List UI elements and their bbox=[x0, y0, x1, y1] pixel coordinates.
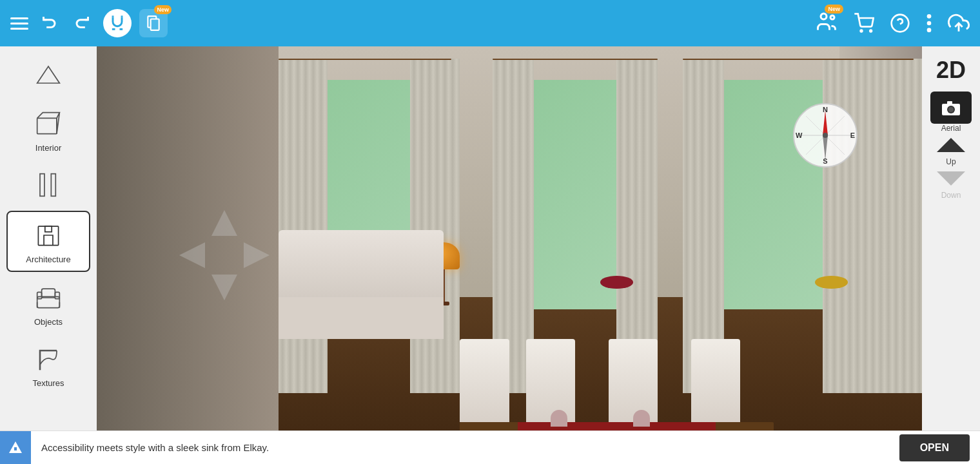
down-chevron-icon bbox=[937, 171, 965, 186]
sidebar-item-interior[interactable]: Interior bbox=[6, 101, 90, 159]
sidebar-item-textures[interactable]: Textures bbox=[6, 336, 90, 394]
sidebar: Interior Architecture bbox=[0, 46, 97, 464]
down-button[interactable]: Down bbox=[937, 171, 965, 200]
sidebar-label-textures: Textures bbox=[32, 378, 64, 388]
redo-button[interactable] bbox=[72, 12, 90, 34]
hamburger-icon bbox=[10, 17, 28, 30]
svg-rect-18 bbox=[40, 174, 44, 197]
svg-rect-36 bbox=[947, 101, 952, 104]
compass-south: S bbox=[823, 157, 827, 165]
svg-point-32 bbox=[823, 133, 828, 138]
svg-rect-16 bbox=[37, 118, 57, 133]
new-page-button[interactable]: New bbox=[139, 9, 168, 37]
chair-2 bbox=[526, 339, 576, 423]
aerial-label: Aerial bbox=[941, 124, 961, 133]
sidebar-item-architecture[interactable]: Architecture bbox=[6, 211, 90, 272]
compass-east: E bbox=[850, 131, 855, 139]
svg-point-7 bbox=[830, 15, 834, 19]
up-label: Up bbox=[946, 157, 956, 166]
toolbar: New New bbox=[0, 0, 980, 46]
compass-west: W bbox=[796, 131, 802, 139]
sidebar-label-interior: Interior bbox=[35, 143, 61, 153]
svg-rect-38 bbox=[14, 447, 17, 450]
svg-point-12 bbox=[927, 14, 932, 19]
curtain-tie-mid bbox=[600, 276, 633, 288]
svg-point-35 bbox=[948, 107, 954, 112]
sidebar-label-architecture: Architecture bbox=[26, 255, 70, 264]
ad-logo bbox=[0, 431, 31, 465]
right-controls-panel: 2D Aerial Up Down bbox=[922, 46, 980, 464]
candle-1 bbox=[551, 410, 567, 427]
sidebar-item-objects[interactable]: Objects bbox=[6, 275, 90, 333]
nav-up[interactable] bbox=[211, 210, 237, 236]
view-2d-button[interactable]: 2D bbox=[931, 54, 971, 86]
nav-left[interactable] bbox=[179, 242, 205, 268]
svg-point-13 bbox=[927, 21, 932, 26]
compass: N S E W bbox=[793, 103, 858, 168]
svg-rect-19 bbox=[51, 174, 55, 197]
svg-point-14 bbox=[927, 28, 932, 32]
sofa-back bbox=[279, 230, 444, 305]
ad-text: Accessibility meets style with a sleek s… bbox=[31, 442, 899, 453]
curtain-left-inner bbox=[279, 59, 328, 392]
svg-point-6 bbox=[821, 14, 827, 19]
camera-icon[interactable] bbox=[930, 92, 972, 124]
chair-3 bbox=[609, 339, 658, 423]
sofa-seat bbox=[279, 297, 444, 339]
view-2d-label: 2D bbox=[931, 54, 971, 86]
navigation-arrows[interactable] bbox=[179, 210, 270, 300]
curtain-left-outer bbox=[410, 59, 460, 392]
svg-point-9 bbox=[870, 30, 872, 32]
main-area: Interior Architecture bbox=[0, 46, 980, 464]
menu-button[interactable] bbox=[10, 17, 28, 30]
svg-marker-31 bbox=[823, 135, 828, 160]
aerial-button[interactable]: Aerial bbox=[930, 92, 972, 133]
compass-circle: N S E W bbox=[793, 103, 858, 168]
ad-open-button[interactable]: OPEN bbox=[899, 434, 970, 461]
nav-down[interactable] bbox=[211, 275, 237, 300]
sidebar-item-wall[interactable] bbox=[6, 162, 90, 208]
sidebar-label-objects: Objects bbox=[34, 317, 63, 327]
svg-point-8 bbox=[861, 30, 863, 32]
undo-button[interactable] bbox=[41, 12, 59, 34]
nav-right[interactable] bbox=[244, 242, 270, 268]
svg-rect-23 bbox=[37, 292, 42, 298]
svg-rect-20 bbox=[38, 226, 58, 245]
compass-north: N bbox=[823, 106, 828, 113]
candle-2 bbox=[633, 410, 650, 427]
people-icon: New bbox=[815, 10, 838, 37]
svg-rect-5 bbox=[151, 19, 159, 30]
help-button[interactable] bbox=[890, 13, 910, 34]
more-button[interactable] bbox=[926, 13, 932, 34]
cart-button[interactable] bbox=[854, 13, 874, 34]
chair-1 bbox=[460, 339, 509, 423]
up-button[interactable]: Up bbox=[937, 138, 965, 166]
new-badge: New bbox=[154, 5, 172, 14]
svg-marker-30 bbox=[823, 111, 828, 135]
svg-rect-21 bbox=[45, 226, 52, 232]
svg-rect-24 bbox=[55, 292, 59, 298]
up-chevron-icon bbox=[937, 138, 965, 152]
curtain-tie-right bbox=[815, 276, 848, 288]
community-button[interactable]: New bbox=[815, 10, 838, 37]
upload-button[interactable] bbox=[948, 12, 970, 34]
new-badge-community: New bbox=[825, 5, 843, 14]
3d-view[interactable]: N S E W bbox=[97, 46, 922, 464]
magnet-button[interactable] bbox=[103, 9, 132, 37]
chair-4 bbox=[691, 339, 741, 423]
sidebar-item-floorplan[interactable] bbox=[6, 52, 90, 98]
down-label: Down bbox=[941, 191, 961, 200]
ad-banner: Accessibility meets style with a sleek s… bbox=[0, 430, 980, 464]
